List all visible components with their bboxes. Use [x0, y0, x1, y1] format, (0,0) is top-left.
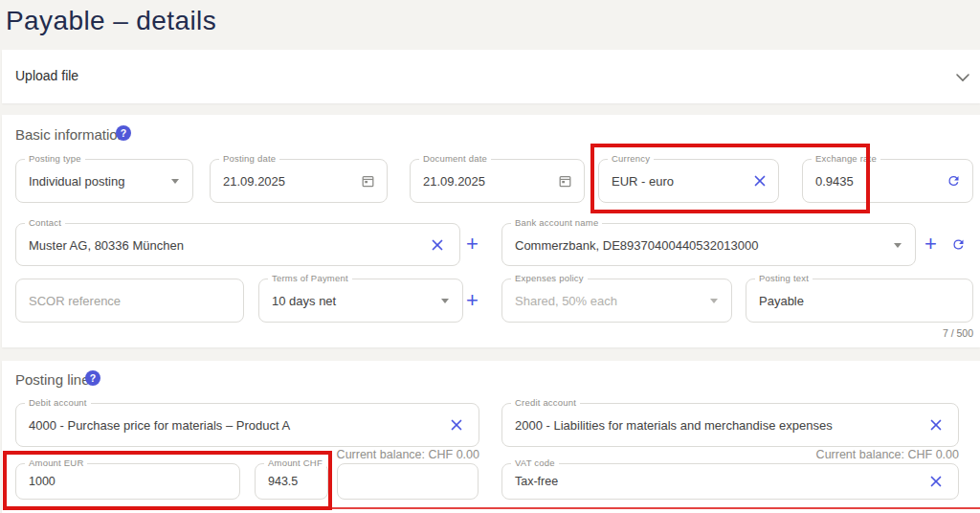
bank-account-label: Bank account name [511, 217, 602, 228]
contact-label: Contact [25, 217, 65, 228]
amount-eur-value: 1000 [29, 475, 56, 488]
scor-reference-input[interactable]: SCOR reference [15, 279, 244, 323]
posting-text-value: Payable [759, 294, 804, 308]
amount-eur-label: Amount EUR [25, 457, 87, 468]
document-date-input[interactable]: Document date 21.09.2025 [410, 159, 585, 203]
exchange-rate-label: Exchange rate [812, 153, 880, 164]
exchange-rate-input[interactable]: Exchange rate 0.9435 [802, 159, 973, 203]
calendar-icon[interactable] [361, 173, 375, 189]
chevron-down-icon[interactable] [171, 179, 179, 184]
calendar-icon[interactable] [558, 173, 572, 189]
posting-line-title: Posting line [15, 371, 90, 388]
character-counter: 7 / 500 [746, 327, 973, 339]
credit-account-input[interactable]: Credit account 2000 - Liabilities for ma… [501, 403, 959, 447]
terms-of-payment-value: 10 days net [272, 294, 336, 308]
add-contact-button[interactable]: + [466, 234, 479, 255]
posting-date-input[interactable]: Posting date 21.09.2025 [210, 159, 388, 203]
posting-date-label: Posting date [219, 153, 279, 164]
debit-account-input[interactable]: Debit account 4000 - Purchase price for … [15, 403, 479, 447]
clear-icon[interactable] [450, 418, 463, 432]
help-icon[interactable]: ? [85, 370, 100, 386]
basic-information-title: Basic information [15, 126, 125, 143]
clear-icon[interactable] [431, 238, 444, 252]
clear-icon[interactable] [929, 418, 943, 432]
chevron-down-icon[interactable] [441, 299, 449, 303]
clear-icon[interactable] [753, 174, 767, 188]
vat-code-label: VAT code [511, 457, 559, 468]
refresh-icon[interactable] [951, 237, 966, 256]
bank-account-select[interactable]: Bank account name Commerzbank, DE8937040… [501, 223, 916, 266]
help-icon[interactable]: ? [116, 125, 131, 141]
expenses-policy-value: Shared, 50% each [515, 294, 617, 308]
page-title: Payable – details [6, 6, 216, 36]
vat-code-input[interactable]: VAT code Tax-free [501, 463, 959, 500]
terms-of-payment-label: Terms of Payment [268, 273, 352, 283]
upload-file-label: Upload file [15, 68, 78, 83]
add-terms-button[interactable]: + [466, 290, 479, 311]
chevron-down-icon [710, 299, 718, 303]
amount-chf-value: 943.5 [268, 475, 298, 488]
exchange-rate-value: 0.9435 [815, 174, 854, 189]
upload-file-section[interactable]: Upload file [2, 50, 980, 103]
posting-type-select[interactable]: Posting type Individual posting [15, 159, 193, 203]
posting-text-input[interactable]: Posting text Payable [746, 279, 973, 323]
clear-icon[interactable] [929, 475, 943, 488]
posting-line-section: Posting line ? Debit account 4000 - Purc… [2, 361, 980, 513]
chevron-down-icon[interactable] [955, 72, 970, 83]
credit-account-label: Credit account [511, 397, 580, 408]
credit-account-value: 2000 - Liabilities for materials and mer… [515, 418, 833, 433]
payable-details-page: Payable – details Upload file Basic info… [0, 0, 980, 513]
scor-reference-placeholder: SCOR reference [29, 294, 121, 308]
expenses-policy-select[interactable]: Expenses policy Shared, 50% each [501, 279, 732, 323]
posting-type-value: Individual posting [29, 174, 124, 189]
amount-eur-input[interactable]: Amount EUR 1000 [15, 463, 240, 500]
terms-of-payment-select[interactable]: Terms of Payment 10 days net [258, 279, 463, 323]
posting-type-label: Posting type [25, 153, 85, 164]
posting-date-value: 21.09.2025 [223, 174, 285, 189]
bank-account-value: Commerzbank, DE89370400440532013000 [515, 237, 758, 252]
currency-label: Currency [608, 153, 654, 164]
amount-chf-input[interactable]: Amount CHF 943.5 [255, 463, 328, 500]
debit-account-value: 4000 - Purchase price for materials – Pr… [29, 418, 290, 433]
currency-value: EUR - euro [612, 174, 674, 189]
expenses-policy-label: Expenses policy [511, 273, 588, 283]
amount-extra-input[interactable] [337, 463, 479, 500]
contact-input[interactable]: Contact Muster AG, 80336 München [15, 223, 460, 266]
credit-current-balance: Current balance: CHF 0.00 [501, 448, 959, 461]
refresh-icon[interactable] [947, 174, 961, 189]
basic-information-section: Basic information ? Posting type Individ… [2, 115, 980, 347]
add-bank-account-button[interactable]: + [924, 234, 937, 255]
posting-text-label: Posting text [755, 273, 813, 283]
chevron-down-icon[interactable] [894, 243, 902, 248]
debit-account-label: Debit account [25, 397, 91, 408]
contact-value: Muster AG, 80336 München [29, 237, 184, 252]
document-date-value: 21.09.2025 [423, 174, 485, 189]
currency-select[interactable]: Currency EUR - euro [598, 159, 779, 203]
amount-chf-label: Amount CHF [264, 457, 326, 468]
vat-code-value: Tax-free [515, 475, 558, 488]
document-date-label: Document date [419, 153, 491, 164]
